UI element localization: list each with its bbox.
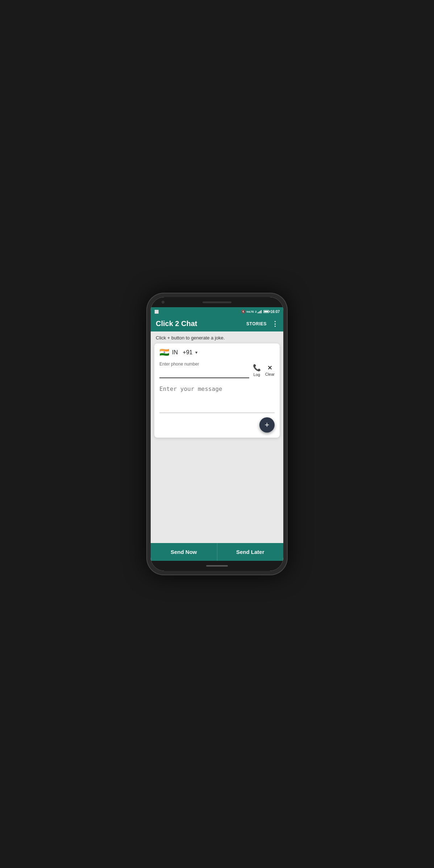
status-time: 16:07 [270,310,280,314]
log-label: Log [254,372,260,377]
phone-input-row: Enter phone number 📞 Log ✕ Clear [159,362,275,378]
stories-button[interactable]: STORIES [246,321,267,326]
send-now-button[interactable]: Send Now [151,543,217,561]
battery-icon [263,310,269,313]
camera-status-icon: ⬜ [154,310,159,314]
phone-screen: ⬜ 🔇 VoLTE 2 16:07 Click 2 Chat [151,297,283,571]
home-indicator [206,565,228,567]
country-dial-code: +91 [183,349,192,355]
phone-number-input[interactable] [159,368,249,378]
country-abbreviation: IN [172,349,178,355]
status-left: ⬜ [154,310,159,314]
action-buttons: 📞 Log ✕ Clear [253,364,275,378]
sim-number: 2 [255,310,256,313]
app-title: Click 2 Chat [156,320,197,328]
message-wrapper [159,384,275,414]
clear-x-icon: ✕ [267,364,272,371]
clear-label: Clear [265,372,275,376]
phone-log-icon: 📞 [253,364,261,372]
country-selector[interactable]: 🇮🇳 IN +91 ▾ [159,349,275,356]
send-later-button[interactable]: Send Later [217,543,284,561]
mute-icon: 🔇 [241,310,245,313]
more-menu-icon[interactable]: ⋮ [272,320,278,328]
joke-text: Click + button to generate a joke. [151,331,283,343]
phone-input-label: Enter phone number [159,362,249,367]
phone-frame: ⬜ 🔇 VoLTE 2 16:07 Click 2 Chat [146,293,288,575]
content-overlay: Click + button to generate a joke. 🇮🇳 IN… [151,331,283,561]
form-card: 🇮🇳 IN +91 ▾ Enter phone number [154,343,280,438]
phone-top-bar [151,297,283,307]
bottom-buttons: Send Now Send Later [151,543,283,561]
plus-icon: + [265,421,270,429]
flag-icon: 🇮🇳 [159,349,169,356]
signal-bars [258,310,262,313]
clear-button[interactable]: ✕ Clear [265,364,275,376]
speaker-grille [203,301,231,303]
country-code-text: IN +91 [172,349,192,356]
header-actions: STORIES ⋮ [246,320,278,328]
log-button[interactable]: 📞 Log [253,364,261,377]
volte-text: VoLTE [246,310,254,313]
app-header: Click 2 Chat STORIES ⋮ [151,316,283,331]
message-input[interactable] [159,384,275,413]
content-spacer [151,438,283,543]
status-right: 🔇 VoLTE 2 16:07 [241,310,280,314]
dropdown-arrow-icon[interactable]: ▾ [195,350,197,355]
camera-dot [162,301,164,304]
fab-wrapper: + [159,417,275,433]
phone-bottom-bar [151,561,283,571]
phone-input-wrapper: Enter phone number [159,362,249,378]
main-content: 🍒 🍃 🍒 🍃 🍒 🍃 🍒 🍃 🍒 🍒 🍃 🍒 🍃 🍒 [151,331,283,561]
status-bar: ⬜ 🔇 VoLTE 2 16:07 [151,307,283,316]
add-joke-fab[interactable]: + [259,417,275,433]
